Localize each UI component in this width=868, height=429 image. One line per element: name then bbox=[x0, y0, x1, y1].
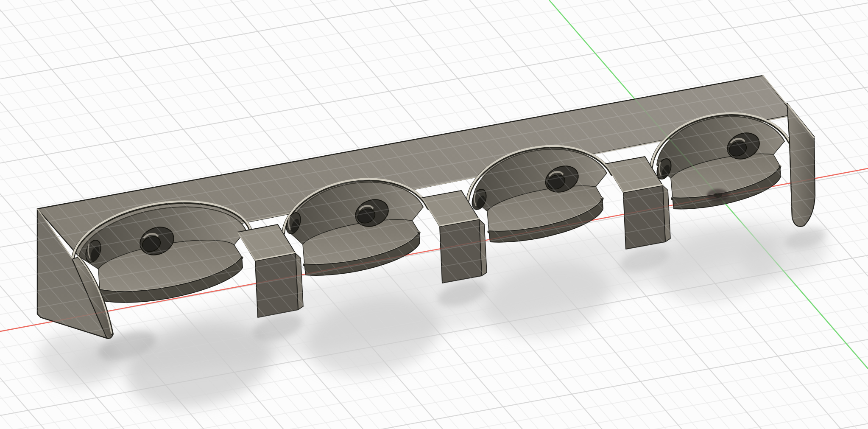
viewport-canvas[interactable] bbox=[0, 0, 868, 429]
origin-marker[interactable] bbox=[707, 189, 729, 202]
cad-app-window bbox=[0, 0, 868, 429]
grid-overlay-through-model bbox=[0, 0, 868, 429]
